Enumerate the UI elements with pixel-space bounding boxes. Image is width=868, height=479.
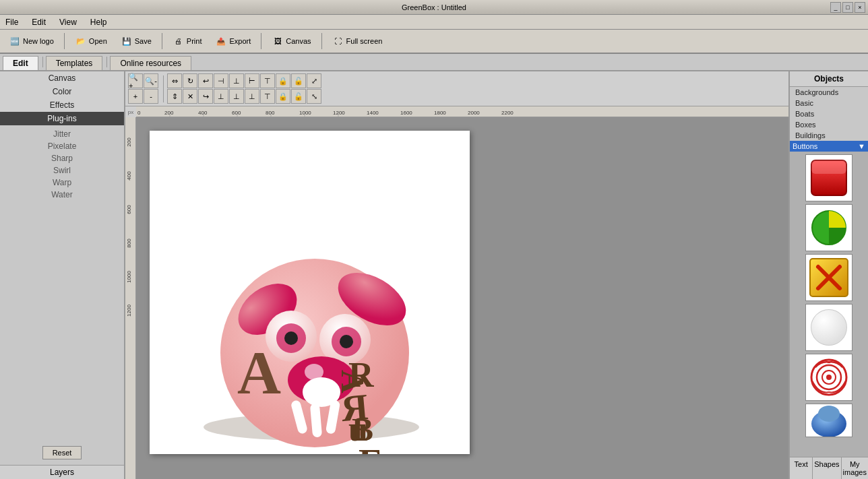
open-button[interactable]: 📂 Open — [70, 33, 112, 49]
svg-text:1400: 1400 — [367, 110, 379, 116]
ruler-horizontal: 0 200 400 600 800 1000 1200 1400 1600 18… — [136, 106, 788, 117]
svg-text:1200: 1200 — [333, 110, 345, 116]
thumb-red-spiral[interactable] — [805, 354, 852, 401]
plugin-pixelate[interactable]: Pixelate — [0, 140, 124, 152]
left-panel: Canvas Color Effects Plug-ins Jitter Pix… — [0, 71, 125, 479]
resize-button[interactable]: ⤢ — [307, 73, 321, 88]
resize2-button[interactable]: ⤡ — [307, 89, 321, 104]
canvas-area[interactable]: Я Б A B BLOG R u A Б — [136, 117, 788, 479]
obj-backgrounds[interactable]: Backgrounds — [790, 87, 868, 98]
tab-shapes[interactable]: Shapes — [813, 457, 841, 479]
menu-edit[interactable]: Edit — [29, 16, 49, 28]
color-section[interactable]: Color — [0, 85, 124, 98]
plugin-warp[interactable]: Warp — [0, 177, 124, 189]
plugin-water[interactable]: Water — [0, 189, 124, 201]
main-content: Canvas Color Effects Plug-ins Jitter Pix… — [0, 71, 868, 479]
menu-help[interactable]: Help — [88, 16, 110, 28]
maximize-button[interactable]: □ — [842, 2, 853, 13]
menu-file[interactable]: File — [3, 16, 21, 28]
svg-text:600: 600 — [126, 205, 132, 214]
svg-point-68 — [818, 406, 840, 422]
tab-edit[interactable]: Edit — [3, 56, 38, 70]
effects-section[interactable]: Effects — [0, 98, 124, 112]
dropdown-arrow-icon: ▼ — [858, 142, 865, 150]
menu-view[interactable]: View — [57, 16, 80, 28]
toolbar-separator-2 — [162, 33, 162, 49]
plugin-jitter[interactable]: Jitter — [0, 128, 124, 140]
flip-v-button[interactable]: ⇕ — [167, 89, 182, 104]
svg-text:1800: 1800 — [434, 110, 446, 116]
tool-row: 🔍+ 🔍- + - ⇔ ↻ ↩ ⊣ ⊥ ⊢ ⊤ 🔒 — [125, 71, 788, 106]
right-panel: Objects Backgrounds Basic Boats Boxes Bu… — [788, 71, 868, 479]
align-bc-button[interactable]: ⊥ — [229, 89, 244, 104]
obj-buttons[interactable]: Buttons ▼ — [790, 141, 868, 152]
svg-text:R: R — [348, 356, 375, 394]
thumb-red-button[interactable] — [805, 154, 852, 201]
close-button[interactable]: × — [855, 2, 865, 13]
obj-basic[interactable]: Basic — [790, 98, 868, 108]
svg-text:200: 200 — [164, 110, 174, 116]
plugin-swirl[interactable]: Swirl — [0, 164, 124, 177]
save-button[interactable]: 💾 Save — [116, 33, 156, 49]
transform-tools: ⇔ ↻ ↩ ⊣ ⊥ ⊢ ⊤ 🔒 🔓 ⤢ ⇕ ✕ ↪ ⊥ ⊥ — [167, 73, 321, 104]
undo-button[interactable]: ↩ — [198, 73, 213, 88]
zoom-out2-button[interactable]: - — [144, 89, 158, 104]
align-bl-button[interactable]: ⊥ — [214, 89, 228, 104]
align-left-button[interactable]: ⊣ — [214, 73, 228, 88]
unlock-button[interactable]: 🔓 — [291, 73, 306, 88]
minimize-button[interactable]: _ — [830, 2, 841, 13]
zoom-in2-button[interactable]: + — [128, 89, 143, 104]
lock2-button[interactable]: 🔒 — [276, 89, 290, 104]
fullscreen-button[interactable]: ⛶ Full screen — [328, 33, 388, 49]
tab-online-resources[interactable]: Online resources — [110, 56, 191, 70]
lock-button[interactable]: 🔒 — [276, 73, 290, 88]
align-br-button[interactable]: ⊥ — [245, 89, 259, 104]
new-logo-button[interactable]: 🆕 New logo — [4, 33, 59, 49]
unlock2-button[interactable]: 🔓 — [291, 89, 306, 104]
thumb-green-pie[interactable] — [805, 204, 852, 251]
svg-text:1000: 1000 — [126, 271, 132, 283]
zoom-out-button[interactable]: 🔍- — [144, 73, 158, 88]
align-right-button[interactable]: ⊢ — [245, 73, 259, 88]
svg-text:O: O — [305, 448, 328, 454]
tab-separator — [42, 57, 43, 67]
fullscreen-icon: ⛶ — [332, 35, 344, 47]
thumb-white-circle[interactable] — [805, 304, 852, 351]
align-center-button[interactable]: ⊥ — [229, 73, 244, 88]
canvas-white: Я Б A B BLOG R u A Б — [150, 131, 470, 454]
plugin-sharp[interactable]: Sharp — [0, 152, 124, 164]
flip-h-button[interactable]: ⇔ — [167, 73, 182, 88]
zoom-in-button[interactable]: 🔍+ — [128, 73, 143, 88]
canvas-viewport[interactable]: px 0 200 400 600 800 1000 1200 1400 1600 — [125, 106, 788, 479]
rotate-button[interactable]: ↻ — [183, 73, 197, 88]
tab-templates[interactable]: Templates — [46, 56, 103, 70]
align-vt-button[interactable]: ⊤ — [260, 89, 275, 104]
plugins-section[interactable]: Plug-ins — [0, 112, 124, 125]
title-bar: GreenBox : Untitled _ □ × — [0, 0, 868, 15]
objects-tabs: Text Shapes My images — [790, 457, 868, 479]
svg-text:1200: 1200 — [126, 305, 132, 317]
canvas-button[interactable]: 🖼 Canvas — [267, 33, 315, 49]
toolbar-separator-4 — [321, 33, 322, 49]
obj-buildings[interactable]: Buildings — [790, 130, 868, 141]
svg-text:S: S — [254, 448, 270, 454]
thumb-blue-shape[interactable] — [805, 404, 852, 437]
tab-my-images[interactable]: My images — [842, 457, 868, 479]
canvas-icon: 🖼 — [272, 35, 284, 47]
svg-text:400: 400 — [198, 110, 208, 116]
tab-separator-2 — [106, 57, 107, 67]
svg-point-66 — [826, 375, 832, 380]
center-area: 🔍+ 🔍- + - ⇔ ↻ ↩ ⊣ ⊥ ⊢ ⊤ 🔒 — [125, 71, 788, 479]
export-button[interactable]: 📤 Export — [210, 33, 255, 49]
obj-boxes[interactable]: Boxes — [790, 119, 868, 130]
delete-button[interactable]: ✕ — [183, 89, 197, 104]
reset-button[interactable]: Reset — [42, 446, 82, 459]
align-top-button[interactable]: ⊤ — [260, 73, 275, 88]
redo-button[interactable]: ↪ — [198, 89, 213, 104]
tab-text[interactable]: Text — [790, 457, 813, 479]
print-button[interactable]: 🖨 Print — [168, 33, 207, 49]
canvas-section[interactable]: Canvas — [0, 71, 124, 85]
objects-thumbnails[interactable] — [790, 152, 868, 457]
obj-boats[interactable]: Boats — [790, 108, 868, 119]
thumb-yellow-x[interactable] — [805, 254, 852, 301]
